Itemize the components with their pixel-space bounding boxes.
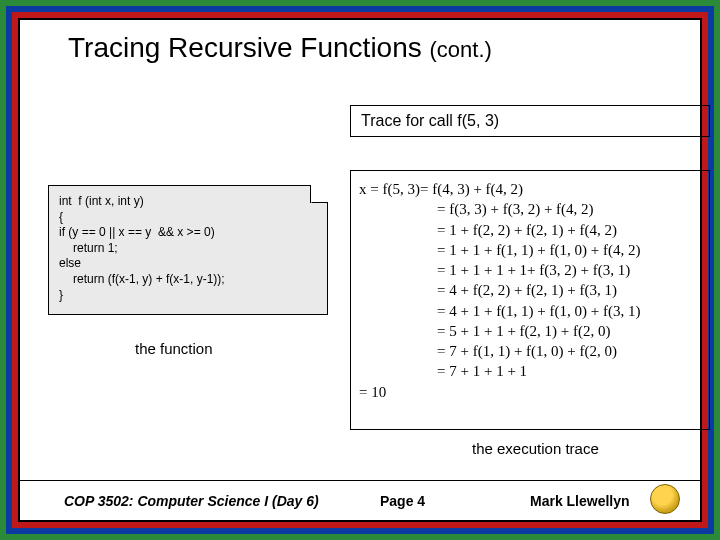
- page-title: Tracing Recursive Functions (cont.): [68, 32, 700, 64]
- content-area: Tracing Recursive Functions (cont.) Trac…: [20, 20, 700, 520]
- trace-line: = 1 + 1 + f(1, 1) + f(1, 0) + f(4, 2): [359, 240, 699, 260]
- trace-line: = 5 + 1 + 1 + f(2, 1) + f(2, 0): [359, 321, 699, 341]
- trace-header-box: Trace for call f(5, 3): [350, 105, 710, 137]
- trace-line: = f(3, 3) + f(3, 2) + f(4, 2): [359, 199, 699, 219]
- trace-line: = 4 + 1 + f(1, 1) + f(1, 0) + f(3, 1): [359, 301, 699, 321]
- footer-page: Page 4: [380, 493, 425, 509]
- code-line: else: [59, 256, 317, 272]
- footer-course: COP 3502: Computer Science I (Day 6): [64, 493, 319, 509]
- footer-author: Mark Llewellyn: [530, 493, 630, 509]
- trace-line: x = f(5, 3)= f(4, 3) + f(4, 2): [359, 179, 699, 199]
- logo-icon: [650, 484, 680, 514]
- title-main: Tracing Recursive Functions: [68, 32, 422, 63]
- code-box: int f (int x, int y) { if (y == 0 || x =…: [48, 185, 328, 315]
- code-line: {: [59, 210, 317, 226]
- trace-line: = 10: [359, 382, 699, 402]
- title-cont: (cont.): [430, 37, 492, 62]
- dog-ear-icon: [310, 185, 328, 203]
- trace-line: = 7 + f(1, 1) + f(1, 0) + f(2, 0): [359, 341, 699, 361]
- code-line: if (y == 0 || x == y && x >= 0): [59, 225, 317, 241]
- footer: COP 3502: Computer Science I (Day 6) Pag…: [20, 480, 700, 520]
- code-line: int f (int x, int y): [59, 194, 317, 210]
- trace-line: = 4 + f(2, 2) + f(2, 1) + f(3, 1): [359, 280, 699, 300]
- trace-box: x = f(5, 3)= f(4, 3) + f(4, 2) = f(3, 3)…: [350, 170, 710, 430]
- trace-line: = 1 + f(2, 2) + f(2, 1) + f(4, 2): [359, 220, 699, 240]
- code-line: }: [59, 288, 317, 304]
- slide: Tracing Recursive Functions (cont.) Trac…: [0, 0, 720, 540]
- function-label: the function: [135, 340, 213, 357]
- trace-header-text: Trace for call f(5, 3): [361, 112, 499, 129]
- code-line: return 1;: [59, 241, 317, 257]
- code-line: return (f(x-1, y) + f(x-1, y-1));: [59, 272, 317, 288]
- execution-trace-label: the execution trace: [472, 440, 599, 457]
- trace-line: = 1 + 1 + 1 + 1+ f(3, 2) + f(3, 1): [359, 260, 699, 280]
- trace-line: = 7 + 1 + 1 + 1: [359, 361, 699, 381]
